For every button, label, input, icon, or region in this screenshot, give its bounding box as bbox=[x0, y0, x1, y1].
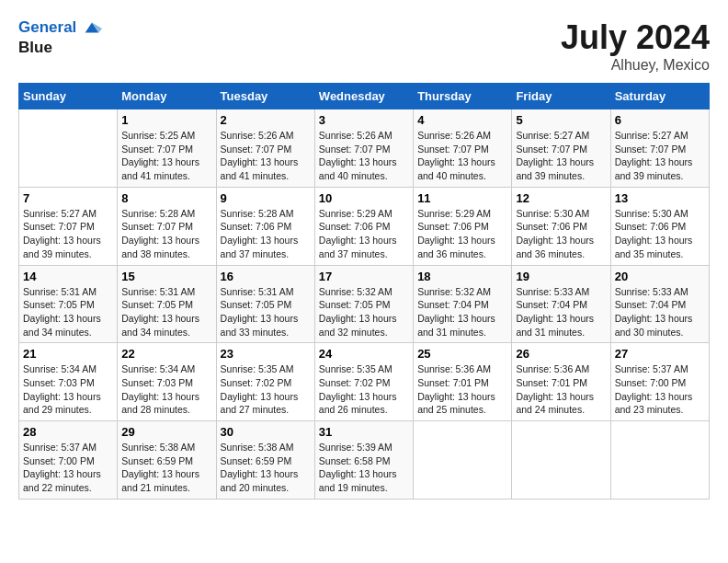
sunrise-text: Sunrise: 5:25 AM bbox=[121, 129, 211, 143]
daylight-text: Daylight: 13 hours bbox=[221, 155, 311, 169]
daylight-text-2: and 34 minutes. bbox=[23, 326, 113, 339]
daylight-text-2: and 31 minutes. bbox=[516, 326, 606, 339]
sunset-text: Sunset: 7:06 PM bbox=[516, 220, 606, 234]
day-number: 29 bbox=[121, 425, 211, 439]
calendar-cell: 22Sunrise: 5:34 AMSunset: 7:03 PMDayligh… bbox=[118, 343, 216, 421]
calendar-cell: 9Sunrise: 5:28 AMSunset: 7:06 PMDaylight… bbox=[216, 187, 314, 265]
sunrise-text: Sunrise: 5:29 AM bbox=[417, 207, 507, 221]
day-number: 22 bbox=[121, 347, 211, 361]
day-number: 23 bbox=[221, 347, 311, 361]
logo: General Blue bbox=[18, 18, 102, 57]
daylight-text: Daylight: 13 hours bbox=[221, 390, 311, 404]
daylight-text: Daylight: 13 hours bbox=[319, 155, 409, 169]
calendar-cell: 20Sunrise: 5:33 AMSunset: 7:04 PMDayligh… bbox=[610, 265, 709, 343]
day-number: 2 bbox=[221, 113, 311, 127]
sunset-text: Sunset: 7:07 PM bbox=[23, 220, 113, 234]
daylight-text: Daylight: 13 hours bbox=[516, 312, 606, 326]
daylight-text: Daylight: 13 hours bbox=[615, 390, 705, 404]
col-header-friday: Friday bbox=[512, 84, 610, 109]
calendar-cell bbox=[414, 421, 512, 500]
daylight-text-2: and 37 minutes. bbox=[221, 247, 311, 261]
calendar-cell: 28Sunrise: 5:37 AMSunset: 7:00 PMDayligh… bbox=[19, 421, 118, 500]
daylight-text-2: and 31 minutes. bbox=[417, 326, 507, 339]
sunset-text: Sunset: 7:05 PM bbox=[23, 298, 113, 312]
sunrise-text: Sunrise: 5:26 AM bbox=[417, 129, 507, 143]
week-row-4: 21Sunrise: 5:34 AMSunset: 7:03 PMDayligh… bbox=[19, 343, 710, 421]
col-header-wednesday: Wednesday bbox=[314, 84, 413, 109]
day-number: 21 bbox=[23, 347, 113, 361]
daylight-text: Daylight: 13 hours bbox=[23, 312, 113, 326]
day-number: 17 bbox=[319, 270, 409, 283]
sunset-text: Sunset: 7:04 PM bbox=[516, 298, 606, 312]
daylight-text: Daylight: 13 hours bbox=[417, 390, 507, 404]
daylight-text-2: and 40 minutes. bbox=[417, 169, 507, 183]
daylight-text-2: and 30 minutes. bbox=[615, 326, 705, 339]
sunrise-text: Sunrise: 5:27 AM bbox=[516, 129, 606, 143]
day-number: 10 bbox=[319, 191, 409, 205]
daylight-text: Daylight: 13 hours bbox=[221, 467, 311, 481]
daylight-text-2: and 36 minutes. bbox=[516, 247, 606, 261]
week-row-2: 7Sunrise: 5:27 AMSunset: 7:07 PMDaylight… bbox=[19, 187, 710, 265]
day-info: Sunrise: 5:30 AMSunset: 7:06 PMDaylight:… bbox=[516, 207, 606, 261]
sunrise-text: Sunrise: 5:38 AM bbox=[121, 441, 211, 454]
calendar-cell bbox=[610, 421, 709, 500]
sunset-text: Sunset: 6:59 PM bbox=[221, 454, 311, 468]
calendar-cell: 14Sunrise: 5:31 AMSunset: 7:05 PMDayligh… bbox=[19, 265, 118, 343]
week-row-1: 1Sunrise: 5:25 AMSunset: 7:07 PMDaylight… bbox=[19, 109, 710, 188]
day-info: Sunrise: 5:37 AMSunset: 7:00 PMDaylight:… bbox=[615, 362, 705, 417]
calendar-cell bbox=[19, 109, 118, 188]
sunset-text: Sunset: 7:05 PM bbox=[121, 298, 211, 312]
daylight-text-2: and 20 minutes. bbox=[221, 481, 311, 495]
sunset-text: Sunset: 7:02 PM bbox=[221, 376, 311, 390]
sunrise-text: Sunrise: 5:28 AM bbox=[121, 207, 211, 221]
daylight-text-2: and 37 minutes. bbox=[319, 247, 409, 261]
daylight-text: Daylight: 13 hours bbox=[417, 234, 507, 247]
calendar-cell: 15Sunrise: 5:31 AMSunset: 7:05 PMDayligh… bbox=[118, 265, 216, 343]
calendar-cell: 6Sunrise: 5:27 AMSunset: 7:07 PMDaylight… bbox=[610, 109, 709, 188]
sunrise-text: Sunrise: 5:35 AM bbox=[221, 362, 311, 376]
day-info: Sunrise: 5:27 AMSunset: 7:07 PMDaylight:… bbox=[615, 129, 705, 183]
sunrise-text: Sunrise: 5:26 AM bbox=[221, 129, 311, 143]
daylight-text: Daylight: 13 hours bbox=[319, 467, 409, 481]
day-info: Sunrise: 5:38 AMSunset: 6:59 PMDaylight:… bbox=[221, 441, 311, 495]
sunrise-text: Sunrise: 5:30 AM bbox=[516, 207, 606, 221]
calendar-cell: 8Sunrise: 5:28 AMSunset: 7:07 PMDaylight… bbox=[118, 187, 216, 265]
sunset-text: Sunset: 7:06 PM bbox=[417, 220, 507, 234]
sunset-text: Sunset: 7:03 PM bbox=[121, 376, 211, 390]
day-number: 16 bbox=[221, 270, 311, 283]
calendar-cell: 4Sunrise: 5:26 AMSunset: 7:07 PMDaylight… bbox=[414, 109, 512, 188]
calendar-cell: 27Sunrise: 5:37 AMSunset: 7:00 PMDayligh… bbox=[610, 343, 709, 421]
daylight-text: Daylight: 13 hours bbox=[319, 234, 409, 247]
daylight-text-2: and 35 minutes. bbox=[615, 247, 705, 261]
calendar-cell: 18Sunrise: 5:32 AMSunset: 7:04 PMDayligh… bbox=[414, 265, 512, 343]
day-info: Sunrise: 5:26 AMSunset: 7:07 PMDaylight:… bbox=[417, 129, 507, 183]
day-number: 3 bbox=[319, 113, 409, 127]
daylight-text-2: and 26 minutes. bbox=[319, 403, 409, 417]
day-number: 31 bbox=[319, 425, 409, 439]
calendar-cell: 10Sunrise: 5:29 AMSunset: 7:06 PMDayligh… bbox=[314, 187, 413, 265]
daylight-text-2: and 24 minutes. bbox=[516, 403, 606, 417]
calendar-cell: 17Sunrise: 5:32 AMSunset: 7:05 PMDayligh… bbox=[314, 265, 413, 343]
daylight-text: Daylight: 13 hours bbox=[23, 234, 113, 247]
sunset-text: Sunset: 7:07 PM bbox=[221, 143, 311, 156]
calendar-cell: 19Sunrise: 5:33 AMSunset: 7:04 PMDayligh… bbox=[512, 265, 610, 343]
daylight-text: Daylight: 13 hours bbox=[516, 234, 606, 247]
col-header-sunday: Sunday bbox=[19, 84, 118, 109]
sunset-text: Sunset: 7:05 PM bbox=[221, 298, 311, 312]
day-number: 5 bbox=[516, 113, 606, 127]
day-info: Sunrise: 5:39 AMSunset: 6:58 PMDaylight:… bbox=[319, 441, 409, 495]
daylight-text-2: and 28 minutes. bbox=[121, 403, 211, 417]
day-info: Sunrise: 5:32 AMSunset: 7:04 PMDaylight:… bbox=[417, 285, 507, 339]
sunrise-text: Sunrise: 5:34 AM bbox=[121, 362, 211, 376]
daylight-text: Daylight: 13 hours bbox=[23, 390, 113, 404]
day-info: Sunrise: 5:35 AMSunset: 7:02 PMDaylight:… bbox=[319, 362, 409, 417]
day-number: 6 bbox=[615, 113, 705, 127]
sunrise-text: Sunrise: 5:29 AM bbox=[319, 207, 409, 221]
day-number: 25 bbox=[417, 347, 507, 361]
sunrise-text: Sunrise: 5:30 AM bbox=[615, 207, 705, 221]
daylight-text: Daylight: 13 hours bbox=[121, 467, 211, 481]
logo-icon bbox=[82, 18, 102, 39]
sunset-text: Sunset: 7:00 PM bbox=[23, 454, 113, 468]
daylight-text: Daylight: 13 hours bbox=[417, 312, 507, 326]
daylight-text-2: and 29 minutes. bbox=[23, 403, 113, 417]
